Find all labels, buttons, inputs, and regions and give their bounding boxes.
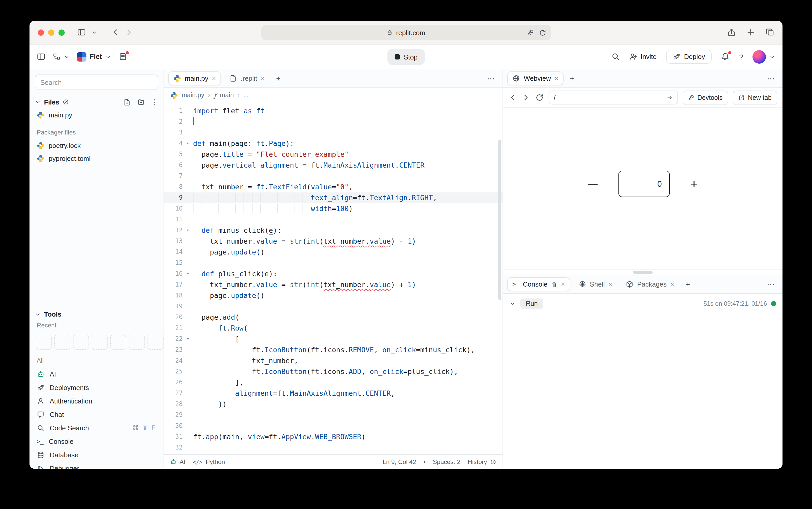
search-icon[interactable] bbox=[611, 52, 620, 61]
close-icon[interactable]: × bbox=[555, 75, 558, 82]
tab-shell[interactable]: Shell × bbox=[573, 277, 617, 291]
code-text[interactable] bbox=[193, 442, 502, 453]
tab-console[interactable]: >_ Console × bbox=[507, 277, 570, 291]
line-number[interactable]: 27 bbox=[164, 388, 183, 399]
file-item[interactable]: poetry.lock bbox=[30, 139, 164, 152]
code-text[interactable] bbox=[193, 171, 502, 181]
pane-divider[interactable] bbox=[503, 270, 782, 275]
sidebar-tool-ai[interactable]: AI bbox=[30, 367, 164, 381]
code-line[interactable]: 3 bbox=[164, 127, 502, 138]
line-number[interactable]: 18 bbox=[164, 290, 183, 301]
code-line[interactable]: 24 txt_number, bbox=[164, 355, 502, 366]
project-menu[interactable]: Flet bbox=[77, 52, 111, 61]
line-number[interactable]: 19 bbox=[164, 301, 183, 312]
line-number[interactable]: 15 bbox=[164, 258, 183, 268]
code-text[interactable]: page.update() bbox=[193, 290, 502, 301]
go-arrow-icon[interactable] bbox=[666, 94, 673, 101]
close-icon[interactable]: × bbox=[561, 281, 565, 287]
fold-chevron-icon[interactable]: ▾ bbox=[183, 138, 193, 149]
minus-button[interactable]: — bbox=[588, 178, 597, 190]
code-text[interactable]: def minus_click(e): bbox=[193, 225, 502, 236]
safari-sidebar-chevron-icon[interactable] bbox=[91, 29, 97, 35]
trash-icon[interactable] bbox=[551, 281, 557, 287]
cursor-position[interactable]: Ln 9, Col 42 bbox=[383, 458, 416, 465]
line-number[interactable]: 26 bbox=[164, 377, 183, 388]
code-line[interactable]: 15 bbox=[164, 258, 502, 268]
code-line[interactable]: 4▾def main(page: ft.Page): bbox=[164, 138, 502, 149]
code-line[interactable]: 31ft.app(main, view=ft.AppView.WEB_BROWS… bbox=[164, 432, 502, 442]
repl-switcher[interactable] bbox=[53, 53, 70, 61]
code-text[interactable]: ft.app(main, view=ft.AppView.WEB_BROWSER… bbox=[193, 432, 502, 442]
code-line[interactable]: 23 ft.IconButton(ft.icons.REMOVE, on_cli… bbox=[164, 344, 502, 355]
sidebar-tool-deployments[interactable]: Deployments bbox=[30, 381, 164, 394]
breadcrumb-more[interactable]: ... bbox=[243, 92, 249, 99]
new-tab-icon[interactable] bbox=[746, 28, 755, 37]
editor-scrollbar[interactable] bbox=[498, 140, 501, 300]
chevron-down-icon[interactable] bbox=[35, 311, 41, 317]
back-icon[interactable] bbox=[111, 28, 120, 37]
line-number[interactable]: 3 bbox=[164, 127, 183, 138]
console-output[interactable]: Run 51s on 09:47:21, 01/16 bbox=[503, 294, 782, 469]
code-text[interactable] bbox=[193, 301, 502, 312]
code-text[interactable]: import flet as ft bbox=[193, 105, 502, 116]
code-line[interactable]: 18 page.update() bbox=[164, 290, 502, 301]
chevron-down-icon[interactable] bbox=[509, 301, 516, 307]
line-number[interactable]: 23 bbox=[164, 344, 183, 355]
line-number[interactable]: 29 bbox=[164, 410, 183, 420]
close-icon[interactable]: × bbox=[212, 75, 216, 82]
line-number[interactable]: 8 bbox=[164, 181, 183, 193]
code-text[interactable] bbox=[193, 420, 502, 432]
code-line[interactable]: 27 alignment=ft.MainAxisAlignment.CENTER… bbox=[164, 388, 502, 399]
code-text[interactable]: [ bbox=[193, 334, 502, 344]
line-number[interactable]: 20 bbox=[164, 312, 183, 323]
code-line[interactable]: 21 ft.Row( bbox=[164, 323, 502, 334]
stop-button[interactable]: Stop bbox=[387, 49, 425, 65]
run-badge[interactable]: Run bbox=[520, 299, 543, 309]
line-number[interactable]: 2 bbox=[164, 116, 183, 127]
fold-chevron-icon[interactable]: ▾ bbox=[183, 268, 193, 279]
fold-chevron-icon[interactable]: ▾ bbox=[183, 225, 193, 236]
line-number[interactable]: 16 bbox=[164, 268, 183, 279]
code-text[interactable] bbox=[193, 116, 502, 127]
sidebar-tool-code-search[interactable]: Code Search⌘ ⇧ F bbox=[30, 421, 164, 435]
code-text[interactable]: )) bbox=[193, 399, 502, 410]
sidebar-tool-chat[interactable]: Chat bbox=[30, 408, 164, 421]
code-line[interactable]: 11 bbox=[164, 214, 502, 225]
code-line[interactable]: 9 text_align=ft.TextAlign.RIGHT, bbox=[164, 193, 502, 203]
code-line[interactable]: 7 bbox=[164, 171, 502, 181]
line-number[interactable]: 13 bbox=[164, 236, 183, 247]
code-line[interactable]: 6 page.vertical_alignment = ft.MainAxisA… bbox=[164, 160, 502, 171]
reload-icon[interactable] bbox=[539, 29, 546, 36]
code-line[interactable]: 26 ], bbox=[164, 377, 502, 388]
invite-button[interactable]: Invite bbox=[629, 53, 656, 61]
webview-url-bar[interactable] bbox=[549, 91, 678, 104]
tab-webview[interactable]: Webview × bbox=[507, 71, 563, 86]
traffic-light-minimize[interactable] bbox=[48, 29, 54, 35]
code-line[interactable]: 20 page.add( bbox=[164, 312, 502, 323]
code-text[interactable]: txt_number.value = str(int(txt_number.va… bbox=[193, 236, 502, 247]
line-number[interactable]: 25 bbox=[164, 366, 183, 377]
code-line[interactable]: 32 bbox=[164, 442, 502, 453]
line-number[interactable]: 6 bbox=[164, 160, 183, 171]
code-text[interactable]: width=100) bbox=[193, 203, 502, 214]
line-number[interactable]: 22 bbox=[164, 334, 183, 344]
sidebar-tool-authentication[interactable]: Authentication bbox=[30, 394, 164, 408]
new-file-icon[interactable] bbox=[123, 98, 131, 106]
code-line[interactable]: 25 ft.IconButton(ft.icons.ADD, on_click=… bbox=[164, 366, 502, 377]
sidebar-tool-database[interactable]: Database bbox=[30, 448, 164, 462]
help-button[interactable]: ? bbox=[739, 53, 743, 61]
code-line[interactable]: 29 bbox=[164, 410, 502, 420]
line-number[interactable]: 1 bbox=[164, 105, 183, 116]
translate-icon[interactable] bbox=[527, 30, 533, 36]
breadcrumb-symbol[interactable]: main bbox=[220, 92, 234, 99]
line-number[interactable]: 30 bbox=[164, 420, 183, 432]
code-text[interactable]: page.update() bbox=[193, 247, 502, 258]
code-text[interactable]: page.vertical_alignment = ft.MainAxisAli… bbox=[193, 160, 502, 171]
status-ai[interactable]: AI bbox=[170, 458, 186, 465]
new-folder-icon[interactable] bbox=[137, 98, 145, 106]
resize-handle[interactable] bbox=[633, 271, 653, 274]
spaces-setting[interactable]: Spaces: 2 bbox=[433, 458, 461, 465]
code-line[interactable]: 14 page.update() bbox=[164, 247, 502, 258]
files-kebab-icon[interactable]: ⋮ bbox=[151, 98, 158, 106]
line-number[interactable]: 24 bbox=[164, 355, 183, 366]
